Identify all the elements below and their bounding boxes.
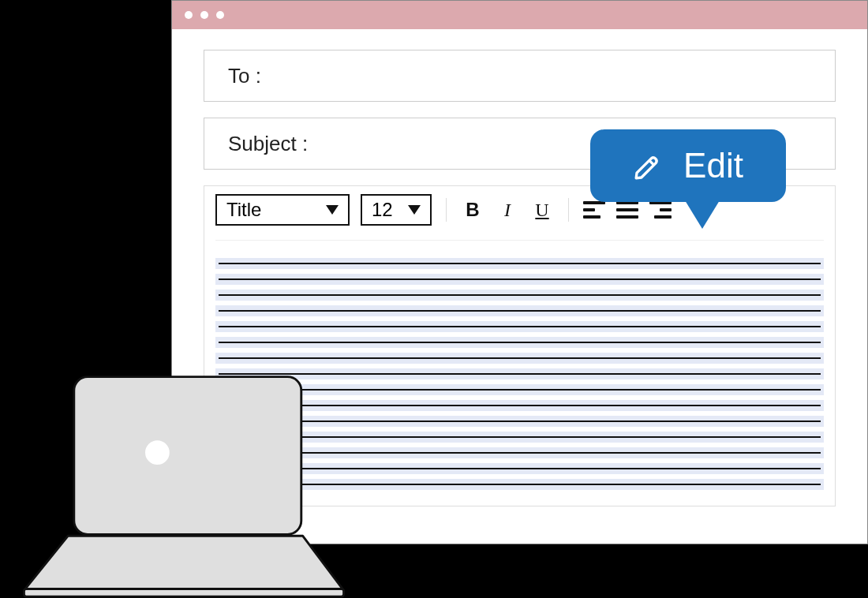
bold-button[interactable]: B — [461, 198, 485, 222]
edit-label: Edit — [683, 146, 743, 185]
body-line — [215, 353, 824, 364]
body-line — [215, 305, 824, 316]
font-size-value: 12 — [372, 199, 393, 221]
to-label: To : — [228, 64, 261, 88]
body-line — [215, 274, 824, 285]
window-dot-icon — [216, 11, 224, 19]
message-body[interactable] — [215, 258, 824, 490]
compose-content: To : Subject : Title 12 B — [172, 29, 867, 522]
italic-button[interactable]: I — [496, 198, 519, 222]
editor-panel: Title 12 B I U — [204, 185, 836, 506]
body-line — [215, 337, 824, 348]
body-line — [215, 290, 824, 301]
body-line — [215, 368, 824, 379]
body-line — [215, 416, 824, 427]
window-dot-icon — [185, 11, 193, 19]
compose-window: To : Subject : Title 12 B — [171, 0, 868, 544]
body-line — [215, 321, 824, 332]
underline-button[interactable]: U — [530, 198, 554, 222]
underline-label: U — [535, 200, 548, 221]
chevron-down-icon — [326, 205, 339, 215]
font-size-select[interactable]: 12 — [361, 194, 432, 226]
toolbar-separator — [446, 198, 447, 222]
body-line — [215, 479, 824, 490]
body-line — [215, 384, 824, 395]
edit-tooltip-button[interactable]: Edit — [590, 129, 786, 202]
pencil-icon — [633, 150, 664, 181]
style-select[interactable]: Title — [215, 194, 350, 226]
chevron-down-icon — [408, 205, 421, 215]
align-right-button[interactable] — [649, 201, 672, 219]
body-line — [215, 258, 824, 269]
body-line — [215, 400, 824, 411]
window-titlebar — [172, 1, 867, 29]
body-line — [215, 432, 824, 443]
style-select-value: Title — [226, 199, 261, 221]
to-field[interactable]: To : — [204, 50, 836, 102]
align-left-button[interactable] — [583, 201, 605, 219]
body-line — [215, 463, 824, 474]
svg-point-2 — [145, 440, 170, 465]
italic-label: I — [504, 200, 511, 221]
toolbar-separator — [568, 198, 569, 222]
svg-line-0 — [649, 160, 654, 165]
align-justify-button[interactable] — [616, 201, 638, 219]
subject-label: Subject : — [228, 132, 308, 156]
body-line — [215, 447, 824, 458]
window-dot-icon — [200, 11, 208, 19]
svg-rect-3 — [24, 589, 343, 596]
bold-label: B — [466, 199, 479, 221]
